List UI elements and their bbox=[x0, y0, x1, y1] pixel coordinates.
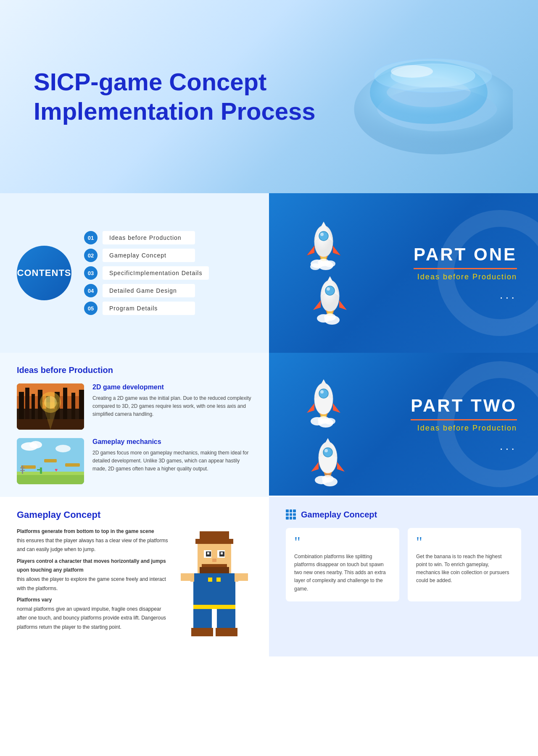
quote-box-1: " Combination platforms like splitting p… bbox=[286, 528, 399, 601]
svg-rect-78 bbox=[235, 573, 248, 582]
quote-text-1: Combination platforms like splitting pla… bbox=[294, 553, 391, 593]
part-one-label: PART ONE bbox=[414, 244, 517, 265]
svg-point-37 bbox=[55, 445, 71, 452]
svg-rect-63 bbox=[195, 539, 233, 544]
ideas-row-2: ♥ Gameplay mechanics 2D games focus more… bbox=[17, 438, 252, 484]
contents-panel: CONTENTS 01 Ideas before Production 02 G… bbox=[0, 193, 269, 353]
contents-item-1[interactable]: 01 Ideas before Production bbox=[84, 231, 252, 244]
gameplay-section: Gameplay Concept Platforms generate from… bbox=[0, 497, 538, 656]
svg-rect-42 bbox=[65, 463, 80, 467]
ideas-text-2: Gameplay mechanics 2D games focus more o… bbox=[92, 438, 252, 473]
ideas-row-1: 2D game development Creating a 2D game w… bbox=[17, 383, 252, 430]
gameplay-left-panel: Gameplay Concept Platforms generate from… bbox=[0, 497, 269, 656]
gameplay-right-title-container: Gameplay Concept bbox=[286, 509, 521, 520]
contents-and-part-one: CONTENTS 01 Ideas before Production 02 G… bbox=[0, 193, 538, 353]
svg-point-4 bbox=[391, 65, 433, 78]
svg-point-50 bbox=[319, 389, 328, 398]
svg-rect-39 bbox=[17, 472, 84, 475]
svg-point-15 bbox=[327, 287, 330, 291]
svg-point-57 bbox=[323, 448, 332, 457]
rockets-container bbox=[282, 193, 366, 353]
gameplay-right-panel: Gameplay Concept " Combination platforms… bbox=[269, 497, 538, 656]
contents-num-2: 02 bbox=[84, 249, 98, 262]
ideas-text-1: 2D game development Creating a 2D game w… bbox=[92, 383, 252, 419]
hero-title: SICP-game Concept Implementation Process bbox=[34, 67, 315, 126]
hero-title-line1: SICP-game Concept Implementation Process bbox=[34, 67, 315, 126]
contents-num-4: 04 bbox=[84, 284, 98, 297]
part-two-panel: PART TWO Ideas before Production ... bbox=[269, 353, 538, 496]
contents-text-2: Gameplay Concept bbox=[103, 249, 195, 262]
svg-point-58 bbox=[324, 449, 328, 452]
svg-rect-75 bbox=[208, 578, 212, 582]
game-scene-image-1 bbox=[17, 383, 84, 430]
svg-point-18 bbox=[324, 313, 336, 321]
ideas-section-title: Ideas before Production bbox=[17, 365, 252, 375]
ideas-heading-2: Gameplay mechanics bbox=[92, 438, 252, 446]
part-one-dots: ... bbox=[414, 288, 517, 302]
svg-point-11 bbox=[310, 263, 320, 270]
svg-point-7 bbox=[320, 233, 324, 236]
pixel-character-image bbox=[177, 527, 252, 638]
svg-rect-47 bbox=[37, 469, 42, 470]
svg-point-12 bbox=[324, 260, 335, 267]
rockets-container-2 bbox=[282, 353, 366, 496]
svg-rect-62 bbox=[200, 531, 229, 540]
svg-point-36 bbox=[29, 441, 42, 449]
rocket-3-icon bbox=[305, 376, 343, 430]
ideas-content: 2D game development Creating a 2D game w… bbox=[17, 383, 252, 484]
svg-rect-41 bbox=[44, 459, 57, 462]
svg-rect-46 bbox=[40, 467, 42, 474]
rocket-1-icon bbox=[305, 218, 343, 273]
grid-icon bbox=[286, 509, 296, 520]
contents-text-3: SpecificImplementation Details bbox=[103, 266, 209, 280]
contents-label: CONTENTS bbox=[17, 246, 71, 300]
contents-item-5[interactable]: 05 Program Details bbox=[84, 302, 252, 315]
ideas-and-part-two: Ideas before Production bbox=[0, 353, 538, 497]
svg-rect-81 bbox=[193, 605, 235, 609]
svg-point-51 bbox=[320, 390, 324, 394]
quote-section: " Combination platforms like splitting p… bbox=[286, 528, 521, 601]
gameplay-body: Platforms generate from bottom to top in… bbox=[17, 527, 252, 638]
svg-rect-82 bbox=[193, 609, 212, 630]
quote-box-2: " Get the banana is to reach the highest… bbox=[408, 528, 521, 601]
contents-num-1: 01 bbox=[84, 231, 98, 244]
game-scene-image-2: ♥ bbox=[17, 438, 84, 484]
gameplay-right-title: Gameplay Concept bbox=[301, 510, 377, 520]
ideas-heading-1: 2D game development bbox=[92, 383, 252, 391]
gameplay-left-title: Gameplay Concept bbox=[17, 509, 252, 520]
svg-rect-84 bbox=[191, 628, 213, 636]
svg-point-14 bbox=[325, 286, 335, 295]
svg-rect-77 bbox=[181, 573, 194, 582]
contents-item-3[interactable]: 03 SpecificImplementation Details bbox=[84, 266, 252, 280]
part-two-label: PART TWO bbox=[411, 396, 517, 416]
svg-rect-71 bbox=[212, 559, 216, 562]
contents-text-1: Ideas before Production bbox=[103, 231, 195, 244]
rocket-2-icon bbox=[311, 273, 349, 328]
contents-num-5: 05 bbox=[84, 302, 98, 315]
part-two-dots: ... bbox=[411, 439, 517, 453]
svg-point-6 bbox=[319, 231, 328, 241]
contents-item-2[interactable]: 02 Gameplay Concept bbox=[84, 249, 252, 262]
part-one-panel: PART ONE Ideas before Production ... bbox=[269, 193, 538, 353]
contents-num-3: 03 bbox=[84, 266, 98, 280]
svg-rect-76 bbox=[216, 578, 221, 582]
quote-text-2: Get the banana is to reach the highest p… bbox=[416, 553, 513, 585]
ideas-body-2: 2D games focus more on gameplay mechanic… bbox=[92, 449, 252, 473]
svg-rect-74 bbox=[193, 573, 235, 607]
svg-rect-80 bbox=[238, 581, 250, 590]
part-one-text: PART ONE Ideas before Production ... bbox=[414, 244, 517, 302]
ideas-panel: Ideas before Production bbox=[0, 353, 269, 497]
svg-rect-83 bbox=[217, 609, 235, 630]
gameplay-description: Platforms generate from bottom to top in… bbox=[17, 527, 168, 632]
contents-list: 01 Ideas before Production 02 Gameplay C… bbox=[84, 231, 252, 315]
svg-rect-38 bbox=[17, 474, 84, 484]
svg-rect-85 bbox=[216, 628, 237, 636]
svg-rect-69 bbox=[207, 552, 209, 554]
contents-item-4[interactable]: 04 Detailed Game Design bbox=[84, 284, 252, 297]
svg-rect-45 bbox=[20, 470, 25, 471]
hero-3d-ring bbox=[319, 17, 513, 185]
ideas-body-1: Creating a 2D game was the initial plan.… bbox=[92, 394, 252, 419]
svg-point-61 bbox=[322, 475, 334, 483]
part-one-subtitle: Ideas before Production bbox=[414, 268, 517, 281]
svg-text:♥: ♥ bbox=[55, 467, 58, 473]
